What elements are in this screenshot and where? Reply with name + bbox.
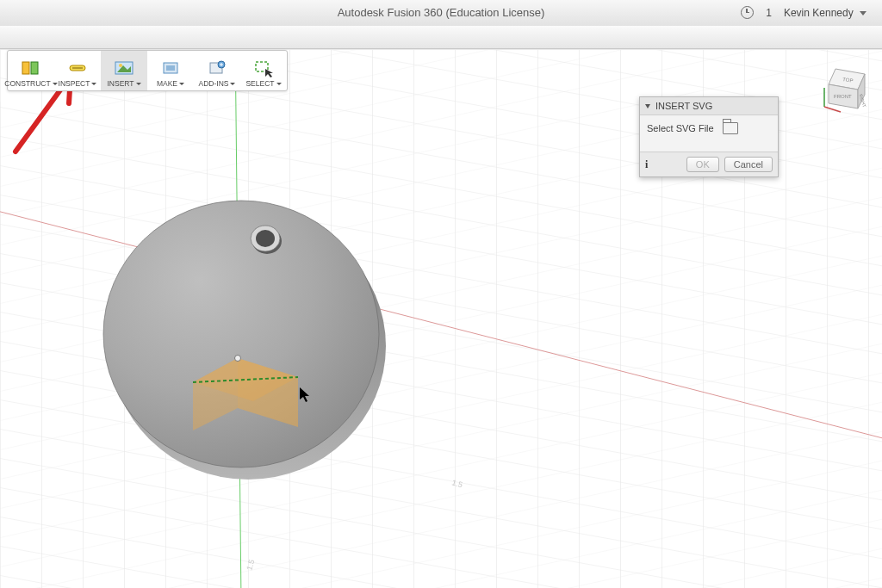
svg-line-36: [824, 107, 841, 112]
svg-point-22: [119, 64, 122, 67]
quick-access-bar: [0, 26, 882, 49]
svg-text:FRONT: FRONT: [834, 94, 852, 99]
addins-icon: [206, 59, 228, 77]
dialog-titlebar[interactable]: INSERT SVG: [640, 97, 778, 115]
viewcube[interactable]: TOP FRONT RIGHT: [820, 62, 873, 115]
toolbar-construct[interactable]: CONSTRUCT: [8, 51, 54, 90]
insert-icon: [113, 59, 135, 77]
chevron-down-icon: [645, 104, 650, 108]
clock-icon: [741, 6, 754, 19]
toolbar-insert[interactable]: INSERT: [101, 51, 147, 90]
chevron-down-icon: [860, 11, 866, 15]
folder-open-icon[interactable]: [723, 122, 738, 134]
insert-svg-dialog: INSERT SVG Select SVG File i OK Cancel: [639, 96, 779, 177]
cancel-button[interactable]: Cancel: [724, 157, 773, 172]
select-icon: [252, 59, 275, 77]
toolbar-select[interactable]: SELECT: [240, 51, 287, 90]
user-menu[interactable]: Kevin Kennedy: [784, 7, 866, 19]
svg-rect-17: [31, 62, 38, 74]
toolbar-inspect[interactable]: INSPECT: [54, 51, 101, 90]
inspect-icon: [66, 59, 89, 77]
svg-rect-24: [166, 65, 175, 71]
toolbar-make[interactable]: MAKE: [147, 51, 194, 90]
ok-button[interactable]: OK: [686, 157, 719, 172]
svg-point-11: [235, 356, 241, 362]
svg-point-6: [256, 230, 275, 247]
ribbon-toolbar: CONSTRUCT INSPECT INSERT MAKE ADD-INS SE…: [7, 50, 288, 91]
svg-rect-16: [22, 62, 29, 74]
user-name: Kevin Kennedy: [784, 7, 854, 19]
dialog-title: INSERT SVG: [655, 101, 712, 111]
info-icon[interactable]: i: [645, 158, 648, 171]
make-icon: [159, 59, 182, 77]
window-titlebar: Autodesk Fusion 360 (Education License) …: [0, 0, 882, 27]
toolbar-addins[interactable]: ADD-INS: [194, 51, 240, 90]
svg-marker-28: [265, 69, 273, 77]
svg-point-3: [103, 201, 379, 467]
construct-icon: [20, 59, 42, 77]
select-file-label: Select SVG File: [647, 123, 714, 133]
notification-count[interactable]: 1: [766, 7, 772, 19]
